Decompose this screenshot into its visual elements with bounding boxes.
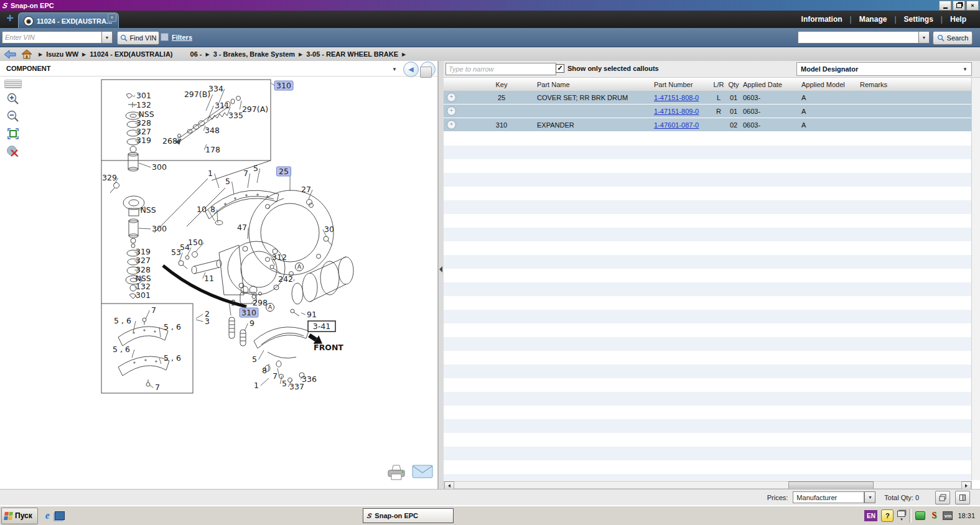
parts-list-panel: ✓ Show only selected callouts Model Desi… — [444, 61, 980, 489]
callout-3-41[interactable]: 3-41 — [308, 321, 335, 332]
close-button[interactable]: × — [966, 1, 979, 11]
magnifier-icon — [120, 34, 128, 42]
home-icon[interactable] — [21, 49, 32, 59]
table-row[interactable]: +310EXPANDER1-47601-087-0020603-A — [444, 118, 972, 132]
vin-dropdown-button[interactable]: ▼ — [101, 31, 113, 44]
menu-item-help[interactable]: Help — [943, 15, 974, 24]
callout-298: 298 — [253, 298, 268, 307]
filters-checkbox[interactable] — [161, 33, 169, 41]
chevron-down-icon: ▼ — [392, 67, 397, 72]
taskbar-task-snap-on-epc[interactable]: S Snap-on EPC — [363, 508, 454, 523]
filters-toggle[interactable]: Filters — [161, 33, 192, 41]
parts-diagram: 334297(B)311335297(A)348268178310301132N… — [0, 76, 437, 489]
cell-lr: L — [712, 94, 726, 101]
start-button[interactable]: Пуск — [1, 508, 38, 524]
help-tray-icon[interactable]: ? — [881, 509, 894, 522]
part-number-link[interactable]: 1-47601-087-0 — [654, 121, 699, 129]
table-row[interactable]: +25COVER SET; RR BRK DRUM1-47151-808-0L0… — [444, 91, 972, 105]
restore-button[interactable] — [953, 1, 965, 11]
column-header-key: Key — [467, 81, 536, 88]
collapse-panel-icon[interactable] — [439, 266, 442, 272]
callout-FRONT: FRONT — [314, 343, 343, 352]
prices-dropdown-button[interactable]: ▼ — [864, 491, 875, 503]
callout-310[interactable]: 310 — [274, 81, 293, 90]
svg-text:132: 132 — [136, 282, 151, 291]
callout-312: 312 — [272, 253, 287, 262]
back-arrow-icon[interactable] — [4, 50, 16, 59]
breadcrumb-separator-icon: ▶ — [39, 52, 42, 57]
callout-242: 242 — [278, 274, 293, 284]
menu-item-information[interactable]: Information — [794, 15, 850, 24]
svg-text:30: 30 — [324, 225, 334, 234]
cell-applied-date: 0603- — [742, 94, 800, 101]
horizontal-scrollbar[interactable] — [444, 481, 972, 489]
callout-25[interactable]: 25 — [277, 167, 291, 176]
table-row[interactable]: +1-47151-809-0R010603-A — [444, 105, 972, 118]
breadcrumb-separator-icon: ▶ — [205, 52, 209, 57]
menu-item-settings[interactable]: Settings — [897, 15, 941, 24]
svg-text:7: 7 — [273, 371, 278, 381]
callout-leader-line — [215, 174, 219, 188]
browser-icon[interactable]: e — [45, 510, 50, 521]
snapon-agent-tray-icon[interactable]: S — [929, 511, 939, 521]
callout-leader-line — [134, 105, 135, 106]
parts-table: +25COVER SET; RR BRK DRUM1-47151-808-0L0… — [444, 91, 972, 480]
callout-7: 7 — [273, 371, 278, 381]
hidden-icons-toggle[interactable]: ▼ — [897, 511, 905, 521]
cell-applied-date: 0603- — [742, 121, 800, 129]
callout-328: 328 — [136, 118, 151, 128]
breadcrumb-item[interactable]: 3 - Brakes, Brake System — [213, 50, 295, 58]
expand-row-icon[interactable]: + — [447, 93, 456, 102]
expand-row-icon[interactable]: + — [447, 106, 456, 116]
svg-text:310: 310 — [241, 308, 256, 317]
callout-91: 91 — [307, 310, 317, 319]
empty-row — [444, 406, 972, 419]
search-input[interactable] — [798, 31, 918, 44]
part-number-link[interactable]: 1-47151-808-0 — [654, 94, 699, 101]
component-header[interactable]: COMPONENT ▼ ◀ ▶ — [0, 62, 437, 77]
show-callouts-checkbox[interactable]: ✓ — [556, 64, 564, 73]
callout-328: 328 — [136, 265, 151, 274]
vertical-scrollbar[interactable] — [971, 78, 980, 480]
expand-row-icon[interactable]: + — [447, 120, 456, 129]
show-callouts-toggle[interactable]: ✓ Show only selected callouts — [556, 64, 659, 73]
cell-applied-model: A — [800, 94, 859, 101]
minimize-button[interactable] — [939, 1, 951, 11]
callout-310[interactable]: 310 — [240, 308, 258, 317]
panel-layout-button[interactable] — [955, 491, 970, 504]
part-number-link[interactable]: 1-47151-809-0 — [654, 108, 699, 115]
email-icon[interactable] — [412, 464, 433, 479]
print-icon[interactable] — [386, 464, 407, 481]
menu-item-manage[interactable]: Manage — [852, 15, 895, 24]
language-indicator[interactable]: EN — [864, 510, 877, 521]
callout-leader-line — [240, 101, 241, 109]
callout-268: 268 — [162, 136, 177, 146]
new-tab-button[interactable]: + — [4, 12, 16, 26]
breadcrumb-item[interactable]: 3-05 - REAR WHEEL BRAKE — [306, 50, 398, 58]
narrow-filter-input[interactable] — [446, 63, 556, 75]
cart-window-button[interactable] — [935, 491, 950, 504]
svg-text:150: 150 — [188, 238, 203, 247]
tab-11024-exd-australia[interactable]: ◉ 11024 - EXD(AUSTRA... × — [18, 12, 119, 29]
prev-page-button[interactable]: ◀ — [403, 62, 419, 77]
column-header-part-number: Part Number — [653, 81, 712, 88]
search-button[interactable]: Search — [933, 31, 973, 45]
tab-close-icon[interactable]: × — [108, 14, 116, 22]
model-designator-dropdown[interactable]: Model Designator ▼ — [796, 62, 972, 76]
show-desktop-icon[interactable] — [55, 511, 65, 520]
prices-dropdown[interactable]: Manufacturer ▼ — [793, 491, 875, 503]
breadcrumb-item[interactable]: Isuzu WW — [46, 50, 78, 58]
breadcrumb-item[interactable]: 06 - — [190, 50, 202, 58]
callout-leader-line — [259, 350, 264, 360]
update-agent-tray-icon[interactable] — [915, 511, 925, 521]
search-dropdown-button[interactable]: ▼ — [918, 31, 930, 44]
empty-row — [444, 296, 972, 310]
callout-leader-line — [245, 323, 248, 331]
svg-text:301: 301 — [136, 290, 151, 300]
empty-row — [444, 255, 972, 269]
find-vin-button[interactable]: Find VIN — [117, 31, 159, 45]
breadcrumb-item[interactable]: 11024 - EXD(AUSTRALIA) — [90, 50, 172, 58]
vin-input[interactable] — [2, 31, 101, 44]
vmware-tray-icon[interactable]: vm — [943, 511, 953, 521]
catalog-icon: ◉ — [24, 16, 34, 26]
